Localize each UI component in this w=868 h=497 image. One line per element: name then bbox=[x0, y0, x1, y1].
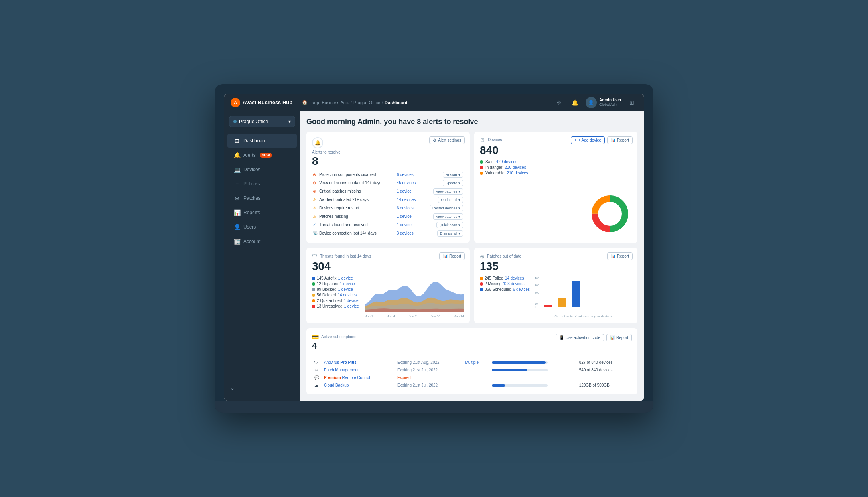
table-row: 💬 Premium Remote Control Expired bbox=[312, 374, 632, 381]
breadcrumb-office[interactable]: Prague Office bbox=[353, 100, 380, 105]
settings-icon[interactable]: ⚙ bbox=[554, 97, 565, 108]
cloud-backup-link[interactable]: Cloud Backup bbox=[324, 383, 349, 387]
alert-count-link[interactable]: 6 devices bbox=[397, 172, 414, 177]
notifications-icon[interactable]: 🔔 bbox=[570, 97, 581, 108]
alert-action-button[interactable]: Update all ▾ bbox=[438, 197, 463, 203]
danger-devices-link[interactable]: 210 devices bbox=[505, 165, 526, 170]
patch-mgmt-icon: ⊕ bbox=[314, 368, 318, 372]
users-icon: 👤 bbox=[234, 224, 240, 230]
dot-repaired bbox=[312, 282, 315, 286]
breadcrumb: 🏠 Large Business Acc. / Prague Office / … bbox=[302, 100, 550, 105]
dashboard-icon: ⊞ bbox=[234, 138, 240, 144]
devices-stat-vulnerable: Vulnerable 210 devices bbox=[480, 171, 632, 175]
autofix-link[interactable]: 1 device bbox=[338, 276, 353, 280]
alert-action-button[interactable]: Update ▾ bbox=[443, 180, 463, 186]
breadcrumb-org[interactable]: Large Business Acc. bbox=[309, 100, 349, 105]
threats-card-title: Threats found in last 14 days bbox=[320, 254, 371, 258]
policies-icon: ≡ bbox=[234, 181, 240, 187]
alert-action-button[interactable]: Dismiss all ▾ bbox=[437, 230, 463, 237]
alert-count-link[interactable]: 1 device bbox=[397, 189, 412, 193]
svg-rect-10 bbox=[558, 298, 566, 307]
alert-action-button[interactable]: Restart ▾ bbox=[443, 172, 463, 178]
antivirus-link[interactable]: Antivirus Pro Plus bbox=[324, 360, 357, 365]
failed-patches-link[interactable]: 14 devices bbox=[505, 276, 524, 280]
alert-action-button[interactable]: Restart devices ▾ bbox=[430, 205, 463, 211]
breadcrumb-sep1: / bbox=[351, 100, 352, 105]
quarantined-link[interactable]: 1 device bbox=[343, 298, 358, 303]
svg-text:0: 0 bbox=[535, 306, 536, 308]
dot-deleted bbox=[312, 294, 315, 297]
alerts-card-count: 8 bbox=[312, 155, 464, 168]
use-activation-code-button[interactable]: 📱 Use activation code bbox=[556, 334, 604, 341]
sidebar-item-users[interactable]: 👤 Users bbox=[227, 220, 297, 234]
deleted-link[interactable]: 14 devices bbox=[337, 293, 357, 297]
svg-text:300: 300 bbox=[535, 284, 539, 287]
alert-text: Threats found and resolved bbox=[318, 221, 396, 229]
sidebar-item-devices[interactable]: 💻 Devices bbox=[227, 163, 297, 176]
settings-small-icon: ⚙ bbox=[433, 138, 436, 142]
alert-action-button[interactable]: Quick scan ▾ bbox=[436, 222, 463, 228]
subs-actions: 📱 Use activation code 📊 Report bbox=[556, 334, 632, 341]
user-name: Admin User bbox=[599, 98, 621, 103]
safe-devices-link[interactable]: 420 devices bbox=[496, 160, 517, 164]
add-device-button[interactable]: + + Add device bbox=[571, 136, 605, 144]
patches-report-button[interactable]: 📊 Report bbox=[607, 252, 633, 260]
threats-report-button[interactable]: 📊 Report bbox=[439, 252, 465, 260]
warn-icon: ⊗ bbox=[313, 189, 316, 193]
devices-card-count: 840 bbox=[480, 144, 632, 157]
table-row: ⊗ Protection components disabled 6 devic… bbox=[312, 170, 464, 179]
svg-rect-11 bbox=[572, 281, 580, 307]
devices-report-button[interactable]: 📊 Report bbox=[607, 136, 633, 144]
alerts-card: 🔔 Alerts to resolve 8 ⚙ Alert settings ⊗ bbox=[306, 132, 470, 243]
avast-icon: A bbox=[231, 98, 240, 107]
user-menu[interactable]: 👤 Admin User Global Admin bbox=[586, 97, 621, 108]
missing-patches-link[interactable]: 123 devices bbox=[503, 282, 524, 286]
repaired-link[interactable]: 1 device bbox=[340, 282, 355, 286]
unresolved-link[interactable]: 1 device bbox=[344, 304, 359, 308]
alert-count-link[interactable]: 3 devices bbox=[397, 231, 414, 235]
patches-stats: 245 Failed 14 devices 2 Missing 123 devi… bbox=[480, 276, 530, 315]
sidebar-item-alerts[interactable]: 🔔 Alerts NEW bbox=[227, 148, 297, 162]
alert-count-link[interactable]: 45 devices bbox=[397, 181, 416, 185]
table-row: ⊗ Critical patches missing 1 device View… bbox=[312, 187, 464, 195]
office-selector[interactable]: Prague Office ▾ bbox=[229, 116, 295, 127]
sidebar-item-dashboard[interactable]: ⊞ Dashboard bbox=[227, 134, 297, 148]
plus-icon: + bbox=[574, 138, 577, 142]
collapse-sidebar-button[interactable]: « bbox=[224, 382, 300, 396]
patches-bar-chart: 400 300 200 10 0 bbox=[535, 276, 632, 318]
info-icon: ⚠ bbox=[313, 214, 316, 219]
main-content: Good morning Admin, you have 8 alerts to… bbox=[300, 111, 644, 401]
alert-settings-button[interactable]: ⚙ Alert settings bbox=[429, 136, 465, 144]
dot-scheduled bbox=[480, 288, 483, 291]
sidebar-item-policies[interactable]: ≡ Policies bbox=[227, 177, 297, 191]
table-row: ⚠ Devices require restart 6 devices Rest… bbox=[312, 204, 464, 212]
remote-control-link[interactable]: Remote Control bbox=[342, 375, 370, 380]
alert-count-link[interactable]: 1 device bbox=[397, 223, 412, 227]
subs-report-button[interactable]: 📊 Report bbox=[606, 334, 632, 341]
antivirus-progress bbox=[492, 361, 548, 364]
alert-action-button[interactable]: View patches ▾ bbox=[433, 188, 463, 195]
alert-action-button[interactable]: View patches ▾ bbox=[433, 213, 463, 220]
devices-stats: Safe 420 devices In danger 210 devices V… bbox=[480, 160, 632, 175]
brand-logo: A Avast Business Hub bbox=[231, 98, 292, 107]
sidebar-item-patches[interactable]: ⊕ Patches bbox=[227, 191, 297, 205]
patch-management-link[interactable]: Patch Management bbox=[324, 368, 359, 372]
blocked-link[interactable]: 1 device bbox=[338, 287, 353, 292]
sidebar-item-reports[interactable]: 📊 Reports bbox=[227, 206, 297, 219]
alert-text: Devices require restart bbox=[318, 204, 396, 212]
office-dot bbox=[233, 120, 237, 123]
alert-text: AV client outdated 21+ days bbox=[318, 195, 396, 204]
shield-icon: 🛡 bbox=[312, 253, 318, 260]
scheduled-patches-link[interactable]: 6 devices bbox=[513, 287, 530, 292]
sidebar-item-label-reports: Reports bbox=[243, 210, 260, 215]
sidebar-item-account[interactable]: 🏢 Account bbox=[227, 235, 297, 248]
grid-icon[interactable]: ⊞ bbox=[626, 97, 637, 108]
dot-safe bbox=[480, 160, 483, 164]
breadcrumb-home-icon: 🏠 bbox=[302, 100, 308, 105]
vulnerable-devices-link[interactable]: 210 devices bbox=[507, 171, 528, 175]
alert-count-link[interactable]: 14 devices bbox=[397, 197, 416, 202]
alert-count-link[interactable]: 6 devices bbox=[397, 206, 414, 210]
alert-count-link[interactable]: 1 device bbox=[397, 214, 412, 219]
patch-mgmt-progress bbox=[492, 369, 548, 371]
table-row: 🛡 Antivirus Pro Plus Expiring 21st Aug, … bbox=[312, 359, 632, 366]
